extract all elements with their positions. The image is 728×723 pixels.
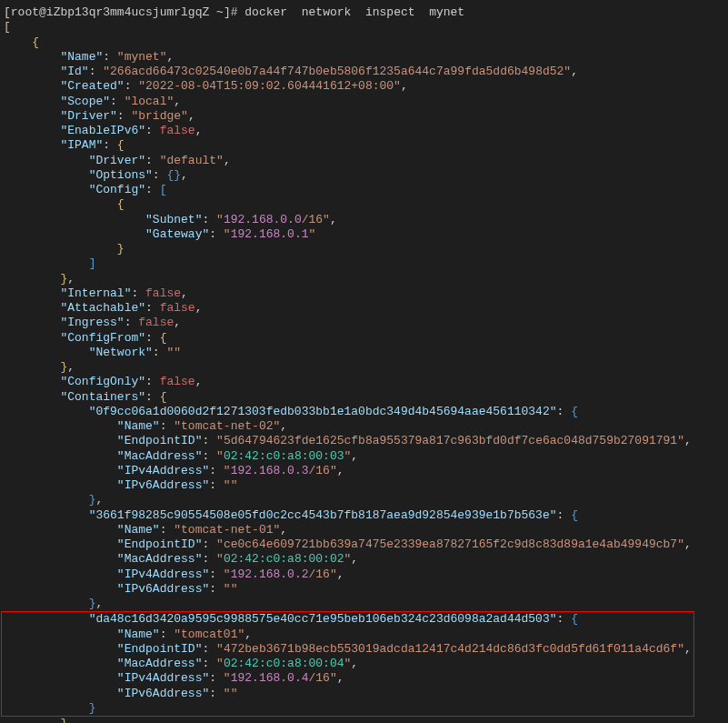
highlighted-container: "da48c16d3420a9595c9988575e40cc71e95beb1…	[1, 611, 694, 717]
command-text: docker network inspect mynet	[244, 5, 464, 19]
terminal-output: [root@iZbp13qr3mm4ucsjumrlgqZ ~]# docker…	[0, 0, 728, 723]
shell-prompt[interactable]: [root@iZbp13qr3mm4ucsjumrlgqZ ~]# docker…	[4, 5, 464, 19]
